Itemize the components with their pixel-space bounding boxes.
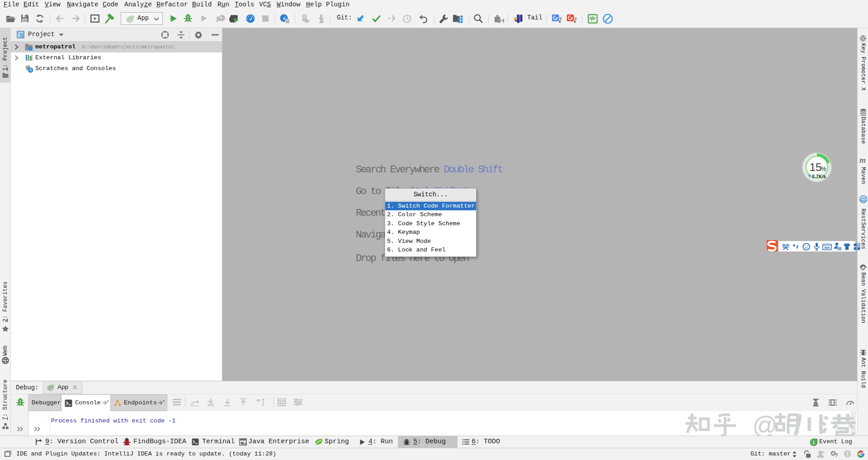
svg-text:1: 1: [812, 440, 815, 445]
svg-text:0.7K/s: 0.7K/s: [812, 174, 826, 179]
svg-text:?: ?: [835, 452, 838, 459]
svg-text:EE: EE: [243, 442, 247, 445]
svg-text:@: @: [752, 411, 778, 439]
svg-text:%: %: [820, 165, 826, 172]
svg-text:31: 31: [838, 247, 841, 250]
